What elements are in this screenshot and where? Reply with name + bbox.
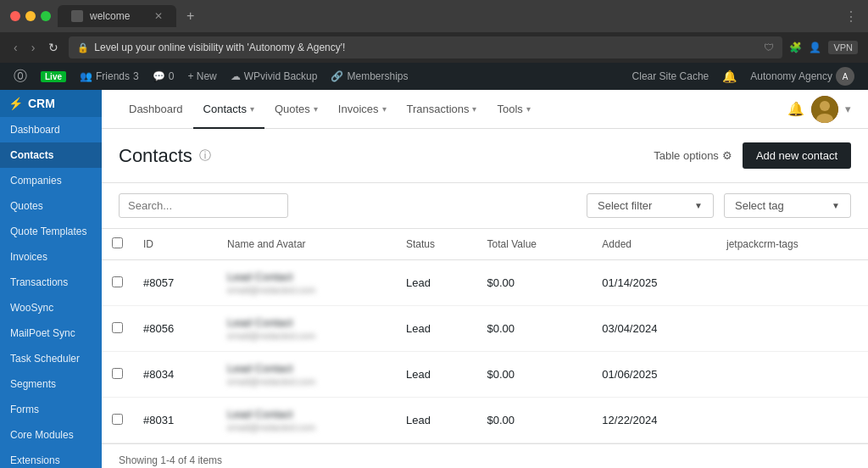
new-label: + New bbox=[187, 70, 216, 82]
sidebar-item-dashboard[interactable]: Dashboard bbox=[0, 117, 102, 142]
forward-button[interactable]: › bbox=[28, 39, 39, 56]
memberships-icon: 🔗 bbox=[331, 70, 343, 82]
info-icon[interactable]: ⓘ bbox=[199, 148, 211, 164]
close-button[interactable] bbox=[10, 11, 20, 21]
crm-nav-tools[interactable]: Tools ▾ bbox=[487, 90, 540, 129]
sidebar-item-forms[interactable]: Forms bbox=[0, 397, 102, 422]
clear-cache-button[interactable]: Clear Site Cache bbox=[626, 63, 716, 90]
notifications-bell-icon[interactable]: 🔔 bbox=[787, 101, 804, 117]
sidebar-item-companies[interactable]: Companies bbox=[0, 168, 102, 193]
table-row[interactable]: #8031 Lead Contact email@redacted.com Le… bbox=[102, 398, 868, 443]
agency-avatar: A bbox=[836, 67, 854, 86]
user-avatar[interactable] bbox=[811, 96, 838, 123]
sidebar-item-segments[interactable]: Segments bbox=[0, 371, 102, 397]
col-header-name: Name and Avatar bbox=[217, 229, 396, 260]
traffic-lights bbox=[10, 11, 51, 21]
clear-cache-label: Clear Site Cache bbox=[632, 70, 709, 82]
cloud-icon: ☁ bbox=[231, 70, 241, 82]
back-button[interactable]: ‹ bbox=[10, 39, 21, 56]
sidebar-item-extensions[interactable]: Extensions bbox=[0, 448, 102, 468]
filter-select[interactable]: Select filter ▼ bbox=[587, 193, 714, 218]
new-tab-button[interactable]: + bbox=[186, 8, 194, 24]
main-layout: ⚡ CRM Dashboard Contacts Companies Quote… bbox=[0, 90, 868, 468]
row-checkbox-0[interactable] bbox=[112, 276, 123, 287]
contact-name-3: Lead Contact bbox=[227, 408, 386, 421]
crm-icon: ⚡ bbox=[8, 97, 23, 110]
row-tags-0 bbox=[716, 260, 868, 306]
row-checkbox-2[interactable] bbox=[112, 368, 123, 379]
row-name-1: Lead Contact email@redacted.com bbox=[217, 306, 396, 352]
crm-nav-invoices[interactable]: Invoices ▾ bbox=[328, 90, 397, 129]
browser-menu-button[interactable]: ⋮ bbox=[844, 8, 858, 25]
wp-logo-button[interactable]: ⓪ bbox=[7, 63, 34, 90]
sidebar-item-transactions[interactable]: Transactions bbox=[0, 270, 102, 295]
table-row[interactable]: #8056 Lead Contact email@redacted.com Le… bbox=[102, 306, 868, 352]
row-checkbox-1[interactable] bbox=[112, 322, 123, 333]
search-input[interactable] bbox=[119, 193, 288, 218]
contact-name-0: Lead Contact bbox=[227, 270, 386, 283]
memberships-button[interactable]: 🔗 Memberships bbox=[324, 63, 415, 90]
backup-button[interactable]: ☁ WPvivid Backup bbox=[224, 63, 325, 90]
crm-nav-quotes[interactable]: Quotes ▾ bbox=[264, 90, 328, 129]
friends-count: 3 bbox=[133, 70, 139, 82]
sidebar-item-task-scheduler[interactable]: Task Scheduler bbox=[0, 346, 102, 371]
table-options-label: Table options bbox=[654, 149, 719, 162]
minimize-button[interactable] bbox=[25, 11, 36, 21]
url-bar[interactable]: 🔒 Level up your online visibility with '… bbox=[69, 36, 782, 58]
row-status-0: Lead bbox=[396, 260, 477, 306]
sidebar-item-woosync[interactable]: WooSync bbox=[0, 295, 102, 320]
row-status-3: Lead bbox=[396, 398, 477, 443]
shield-icon: 🛡 bbox=[764, 42, 774, 53]
user-dropdown-arrow[interactable]: ▾ bbox=[845, 103, 851, 115]
maximize-button[interactable] bbox=[41, 11, 51, 21]
friends-label: Friends bbox=[96, 70, 130, 82]
showing-items-text: Showing 1-4 of 4 items bbox=[119, 454, 222, 466]
sidebar-item-quote-templates[interactable]: Quote Templates bbox=[0, 219, 102, 244]
sidebar-item-contacts[interactable]: Contacts bbox=[0, 142, 102, 168]
new-content-button[interactable]: + New bbox=[181, 63, 223, 90]
friends-button[interactable]: 👥 Friends 3 bbox=[73, 63, 146, 90]
row-checkbox-cell-0 bbox=[102, 260, 133, 306]
agency-label: Autonomy Agency bbox=[750, 70, 832, 82]
col-header-id: ID bbox=[133, 229, 217, 260]
row-id-2: #8034 bbox=[133, 352, 217, 398]
row-name-3: Lead Contact email@redacted.com bbox=[217, 398, 396, 443]
table-header-row: ID Name and Avatar Status Total Value Ad… bbox=[102, 229, 868, 260]
tag-select[interactable]: Select tag ▼ bbox=[724, 193, 851, 218]
table-row[interactable]: #8057 Lead Contact email@redacted.com Le… bbox=[102, 260, 868, 306]
table-footer: Showing 1-4 of 4 items bbox=[102, 443, 868, 468]
row-tags-2 bbox=[716, 352, 868, 398]
contact-email-3: email@redacted.com bbox=[227, 422, 386, 432]
reload-button[interactable]: ↻ bbox=[45, 39, 62, 56]
site-name-button[interactable]: Live bbox=[34, 63, 73, 90]
select-all-checkbox[interactable] bbox=[112, 237, 123, 248]
add-new-contact-button[interactable]: Add new contact bbox=[743, 142, 851, 169]
crm-nav-dashboard[interactable]: Dashboard bbox=[119, 90, 193, 129]
row-tags-1 bbox=[716, 306, 868, 352]
crm-nav-transactions[interactable]: Transactions ▾ bbox=[397, 90, 487, 129]
tab-label: welcome bbox=[90, 10, 130, 22]
agency-profile-button[interactable]: Autonomy Agency A bbox=[743, 63, 861, 90]
sidebar-item-core-modules[interactable]: Core Modules bbox=[0, 422, 102, 448]
table-row[interactable]: #8034 Lead Contact email@redacted.com Le… bbox=[102, 352, 868, 398]
row-total-value-3: $0.00 bbox=[477, 398, 593, 443]
tab-close-button[interactable]: ✕ bbox=[154, 10, 163, 22]
comments-button[interactable]: 💬 0 bbox=[146, 63, 181, 90]
tag-arrow-icon: ▼ bbox=[832, 201, 840, 210]
table-options-button[interactable]: Table options ⚙ bbox=[654, 149, 732, 162]
tab-favicon bbox=[71, 10, 83, 22]
bell-icon: 🔔 bbox=[722, 70, 737, 83]
vpn-label: VPN bbox=[828, 41, 858, 54]
sidebar-item-invoices[interactable]: Invoices bbox=[0, 244, 102, 270]
row-checkbox-3[interactable] bbox=[112, 414, 123, 425]
contacts-data-table: ID Name and Avatar Status Total Value Ad… bbox=[102, 229, 868, 443]
col-header-added: Added bbox=[592, 229, 716, 260]
sidebar-item-quotes[interactable]: Quotes bbox=[0, 193, 102, 219]
notifications-button[interactable]: 🔔 bbox=[715, 63, 743, 90]
browser-tab[interactable]: welcome ✕ bbox=[58, 5, 176, 27]
crm-navigation: Dashboard Contacts ▾ Quotes ▾ Invoices ▾… bbox=[102, 90, 868, 129]
sidebar-item-mailpoet[interactable]: MailPoet Sync bbox=[0, 320, 102, 346]
col-header-tags: jetpackcrm-tags bbox=[716, 229, 868, 260]
col-header-total-value: Total Value bbox=[477, 229, 593, 260]
crm-nav-contacts[interactable]: Contacts ▾ bbox=[193, 90, 264, 129]
